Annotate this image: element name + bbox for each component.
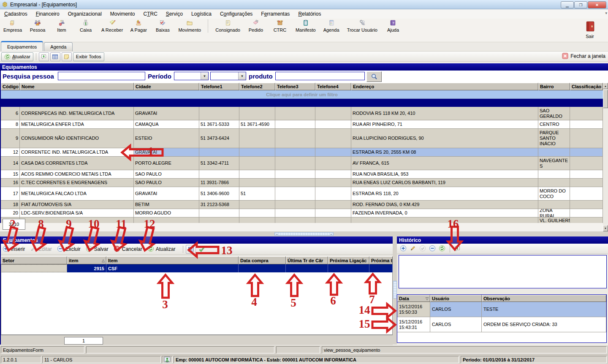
column-header[interactable]: Data ▽ <box>397 295 430 302</box>
column-header[interactable]: Setor <box>1 256 67 264</box>
confirm-check-button[interactable] <box>197 245 206 253</box>
column-header[interactable]: Usuário <box>430 295 482 302</box>
table-row[interactable]: 6 CORRENPECAS IND. METALURGICA LTDA GRAV… <box>1 107 603 120</box>
menu-item[interactable]: Cadastros <box>0 10 32 18</box>
close-button[interactable]: ✕ <box>588 1 606 8</box>
table-row[interactable]: 16 C.TEC CORRENTES E ENGRENAGENS SAO PAU… <box>1 179 603 187</box>
historico-toolbar-button[interactable] <box>418 244 427 253</box>
splitter-collapse-handle[interactable] <box>393 281 397 299</box>
toolbar-button[interactable]: Caixa <box>77 19 94 33</box>
historico-toolbar-button[interactable] <box>399 244 407 253</box>
filter-row[interactable]: Clique aqui para definir um filtro <box>1 90 603 99</box>
column-header[interactable]: Item <box>106 256 239 264</box>
toolbar-button[interactable]: Baixas <box>154 19 171 33</box>
menu-item[interactable]: CTRC <box>139 10 161 18</box>
table-row[interactable]: 9 CONSUMIDOR NÃO IDENTIFICADO ESTEIO 51 … <box>1 129 603 148</box>
equip-toolbar-button[interactable]: Cancelar <box>114 245 142 253</box>
toolbar-button[interactable]: Pedido <box>247 19 264 33</box>
column-header[interactable]: item △ <box>67 256 106 264</box>
column-header[interactable]: Data compra <box>239 256 286 264</box>
equip-toolbar-button[interactable]: Atualizar <box>147 245 176 253</box>
column-header[interactable]: Telefone3 <box>275 83 315 90</box>
table-row[interactable]: 17 METALURGICA FALCAO LTDA GRAVATAI 51 3… <box>1 187 603 201</box>
toolbar-button[interactable]: Ajuda <box>385 19 402 33</box>
column-header[interactable]: Próxima troca <box>369 256 393 264</box>
toolbar-button[interactable]: Item <box>53 19 70 33</box>
toolbar-button[interactable]: CTRC <box>271 19 288 33</box>
column-header[interactable]: Cidade <box>134 83 199 90</box>
equip-toolbar-button[interactable]: Inserir <box>3 245 25 253</box>
equip-grid-view-button[interactable] <box>186 245 196 254</box>
table-row[interactable]: 14 CASA DAS CORRENTES LTDA PORTO ALEGRE … <box>1 157 603 170</box>
toolbar-button[interactable]: Agenda <box>323 19 340 33</box>
chevron-down-icon[interactable]: ▼ <box>201 72 208 80</box>
toolbar-button[interactable]: Trocar Usuário <box>347 19 377 33</box>
column-header[interactable]: Próxima Ligaçãc <box>328 256 369 264</box>
tab[interactable]: Agenda <box>44 42 73 51</box>
menu-overflow-icon[interactable]: ▾ <box>605 11 607 15</box>
equip-toolbar-button[interactable]: Editar <box>30 245 52 253</box>
equip-toolbar-button[interactable]: Excluir <box>57 245 81 253</box>
equip-toolbar-button[interactable]: Salvar <box>86 245 109 253</box>
column-header[interactable]: Bairro <box>538 83 570 90</box>
toolbar-button[interactable]: Movimento <box>178 19 208 33</box>
periodo-to-select[interactable]: ▼ <box>210 72 246 80</box>
toolbar-button[interactable]: Consignado <box>215 19 240 33</box>
exibir-todos-button[interactable]: Exibir Todos <box>73 52 104 61</box>
produto-input[interactable] <box>275 72 365 80</box>
grid-view-button[interactable] <box>50 52 60 61</box>
vertical-scrollbar[interactable]: ▲ ▼ <box>603 83 608 231</box>
sair-button[interactable]: Sair <box>581 19 598 39</box>
column-header[interactable]: Endereço <box>351 83 538 90</box>
historico-bubble-button[interactable] <box>453 244 461 253</box>
menu-item[interactable]: Serviço <box>162 10 187 18</box>
column-header[interactable]: Observação <box>482 295 606 302</box>
menu-item[interactable]: Organizacional <box>64 10 106 18</box>
column-header[interactable]: Nome <box>20 83 134 90</box>
table-row[interactable]: 12 CORRENTEC IND. METALURGICA LTDA GRAVA… <box>1 148 603 157</box>
chevron-down-icon[interactable]: ▼ <box>238 72 246 80</box>
restore-button[interactable]: ❐ <box>574 1 587 8</box>
scrollbar-thumb[interactable] <box>603 90 608 108</box>
column-header[interactable]: Código <box>1 83 20 90</box>
menu-item[interactable]: Financeiro <box>32 10 64 18</box>
table-row[interactable]: 8 METALURGICA ENFER LTDA CAMAQUA 51 3671… <box>1 120 603 129</box>
table-row[interactable]: 15 ACOS REMMO COMERCIO METAIS LTDA SAO P… <box>1 170 603 179</box>
atualizar-button[interactable]: Atualizar <box>1 52 33 61</box>
historico-toolbar-button[interactable] <box>408 244 417 253</box>
toolbar-button[interactable]: A Pagar <box>130 19 147 33</box>
periodo-from-select[interactable]: ▼ <box>174 72 209 80</box>
toolbar-button[interactable]: Empresa <box>3 19 22 33</box>
historico-row[interactable]: 15/12/2016 15:43:31 CARLOS ORDEM DE SERV… <box>397 317 606 332</box>
scroll-up-button[interactable]: ▲ <box>603 83 608 89</box>
menu-item[interactable]: Logística <box>187 10 216 18</box>
equip-selected-row[interactable]: 2915 CSF <box>1 264 393 272</box>
column-header[interactable]: Classificação <box>570 83 603 90</box>
menu-item[interactable]: Ferramentas <box>257 10 294 18</box>
export-bubble-button[interactable] <box>39 52 49 61</box>
pesquisa-pessoa-input[interactable] <box>58 72 145 80</box>
column-header[interactable]: Telefone4 <box>315 83 351 90</box>
column-header[interactable]: Telefone2 <box>239 83 275 90</box>
search-button[interactable] <box>366 71 382 82</box>
menu-item[interactable]: Movimento <box>106 10 139 18</box>
historico-memo-field[interactable] <box>399 255 607 288</box>
toolbar-button[interactable]: Pessoa <box>29 19 46 33</box>
table-row[interactable]: VL. GUILHERM <box>1 217 603 223</box>
column-header[interactable]: Telefone1 <box>199 83 239 90</box>
column-header[interactable]: Última Tr de Câr <box>286 256 328 264</box>
fechar-janela-button[interactable]: Fechar a janela <box>562 53 605 59</box>
note-button[interactable] <box>62 52 72 61</box>
menu-item[interactable]: Configurações <box>216 10 257 18</box>
minimize-button[interactable]: ▁ <box>561 1 574 8</box>
toolbar-button[interactable]: Manifesto <box>296 19 316 33</box>
historico-row[interactable]: 15/12/2016 15:50:33 CARLOS TESTE <box>397 302 606 317</box>
toolbar-button[interactable]: A Receber <box>101 19 123 33</box>
splitter-collapse-handle[interactable]: ⌄⌄ <box>274 232 334 236</box>
scroll-down-button[interactable]: ▼ <box>603 225 608 231</box>
historico-toolbar-button[interactable] <box>437 244 446 253</box>
vertical-splitter[interactable] <box>393 236 397 345</box>
horizontal-splitter[interactable]: ⌄⌄ <box>0 231 608 236</box>
menu-item[interactable]: Relatórios <box>294 10 325 18</box>
tab[interactable]: Equipamentos <box>1 41 43 51</box>
